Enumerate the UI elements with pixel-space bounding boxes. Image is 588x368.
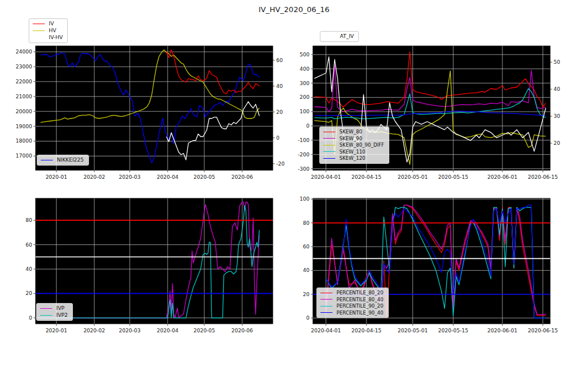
legend-entry-IVP: IVP [40,306,68,311]
x-tick-label: 2020-03 [119,328,141,334]
legend-at_iv_skew-1: SKEW_80SKEW_90SKEW_80_90_DIFFSKEW_110SKE… [319,126,389,164]
y-left-tick-label: 20000 [16,109,32,114]
x-tick-label: 2020-02 [83,174,105,180]
legend-swatch-icon [324,36,336,37]
x-tick-label: 2020-05 [194,174,215,180]
legend-at_iv_skew-0: AT_IV [320,31,359,42]
chart-ivp: 2020-012020-022020-032020-042020-052020-… [0,0,588,368]
legend-label: SKEW_90 [339,136,362,141]
legend-entry-PERCENTILE_90_40: PERCENTILE_90_40 [320,310,384,316]
series-SKEW_80 [315,52,546,107]
y-left-tick-label: 20 [303,292,310,297]
plot-area [36,198,273,324]
legend-swatch-icon [33,37,45,38]
legend-entry-SKEW_80: SKEW_80 [323,129,384,135]
legend-label: PERCENTILE_80_40 [336,297,384,302]
chart-nikkei-iv-hv: 2020-012020-022020-032020-042020-052020-… [0,0,588,368]
y-left-tick-label: 0 [306,315,310,321]
legend-swatch-icon [320,306,332,306]
y-right-tick-label: 60 [276,57,283,63]
y-left-tick-label: 40 [26,266,33,272]
legend-label: SKEW_120 [339,156,365,161]
legend-ivp-0: IVPIVP2 [36,303,73,321]
x-tick-label: 2020-05-15 [438,174,468,180]
y-left-tick-label: 17000 [16,153,32,159]
x-tick-label: 2020-04 [157,328,179,334]
series-IV-HV [167,102,260,160]
legend-entry-SKEW_120: SKEW_120 [323,156,384,161]
grid [36,198,273,324]
x-tick-label: 2020-05-01 [398,174,428,180]
series-group [41,50,260,163]
y-left-tick-label: 20 [26,290,33,296]
legend-swatch-icon [41,160,53,160]
x-tick-label: 2020-06-01 [488,174,517,180]
legend-entry-SKEW_90: SKEW_90 [323,136,384,141]
chart-svg-price_iv_hv: 2020-012020-022020-032020-042020-052020-… [2,38,299,189]
figure: IV_HV_2020_06_16 2020-012020-022020-0320… [0,0,588,368]
legend-entry-SKEW_80_90_DIFF: SKEW_80_90_DIFF [323,143,384,148]
chart-svg-ivp: 2020-012020-022020-032020-042020-052020-… [2,190,299,342]
x-tick-label: 2020-04 [157,174,179,180]
plot-area [313,198,550,324]
series-group [326,205,546,318]
x-tick-label: 2020-02 [83,328,105,334]
legend-label: SKEW_80 [339,129,362,135]
x-tick-label: 2020-04-15 [351,328,381,334]
legend-label: IV-HV [49,35,63,40]
legend-swatch-icon [40,308,52,309]
legend-label: PERCENTILE_90_20 [336,304,384,309]
x-tick-label: 2020-05-15 [438,328,468,334]
y-left-tick-label: 60 [26,242,33,248]
series-IV [167,50,260,94]
chart-svg-percentile: 2020-04-012020-04-152020-05-012020-05-15… [280,190,577,342]
chart-svg-at_iv_skew: 2020-04-012020-04-152020-05-012020-05-15… [280,38,577,189]
series-SKEW_120 [315,111,546,116]
series-SKEW_110 [315,89,546,119]
legend-entry-PERCENTILE_90_20: PERCENTILE_90_20 [320,304,384,309]
legend-label: IVP [56,306,64,311]
y-left-tick-label: 60 [303,244,310,250]
x-tick-label: 2020-06 [231,328,253,334]
x-tick-label: 2020-06-15 [528,174,558,180]
series-PERCENTILE_90_20 [326,208,546,318]
series-SKEW_80_90_DIFF [315,71,546,164]
x-tick-label: 2020-01 [45,328,67,334]
legend-swatch-icon [40,315,52,316]
grid [36,46,273,170]
legend-label: SKEW_80_90_DIFF [339,143,384,148]
tick-marks [34,220,242,325]
legend-price_iv_hv-0: IVHVIV-HV [29,18,68,43]
y-left-tick-label: 23000 [16,64,32,70]
y-left-tick-label: 500 [300,52,310,57]
y-left-tick-label: -100 [298,137,310,143]
x-tick-label: 2020-05-01 [398,328,428,334]
legend-swatch-icon [323,145,335,145]
legend-swatch-icon [33,24,45,24]
y-left-tick-label: 21000 [16,94,32,99]
legend-swatch-icon [320,293,332,293]
legend-swatch-icon [323,132,335,132]
legend-price_iv_hv-1: NIKKEI225 [37,155,89,166]
legend-label: PERCENTILE_90_40 [336,310,384,316]
y-left-tick-label: 19000 [16,124,32,129]
legend-label: AT_IV [340,34,354,39]
legend-entry-PERCENTILE_80_40: PERCENTILE_80_40 [320,297,384,302]
y-right-tick-label: 40 [276,83,283,89]
y-left-tick-label: 22000 [16,79,32,85]
series-PERCENTILE_80_20 [326,205,546,318]
y-left-tick-label: 80 [303,220,310,226]
x-tick-label: 2020-04-01 [311,174,341,180]
series-IVP2 [41,206,260,318]
y-left-tick-label: 100 [300,196,310,202]
series-SKEW_90 [315,64,546,112]
series-PERCENTILE_90_40 [326,205,546,318]
y-left-tick-label: 18000 [16,138,32,144]
x-tick-label: 2020-01 [45,174,67,180]
legend-entry-SKEW_110: SKEW_110 [323,150,384,155]
y-left-tick-label: 40 [303,267,310,273]
y-left-tick-label: -300 [298,166,310,172]
legend-label: HV [49,28,56,33]
legend-entry-IVP2: IVP2 [40,313,68,318]
x-tick-label: 2020-03 [119,174,141,180]
